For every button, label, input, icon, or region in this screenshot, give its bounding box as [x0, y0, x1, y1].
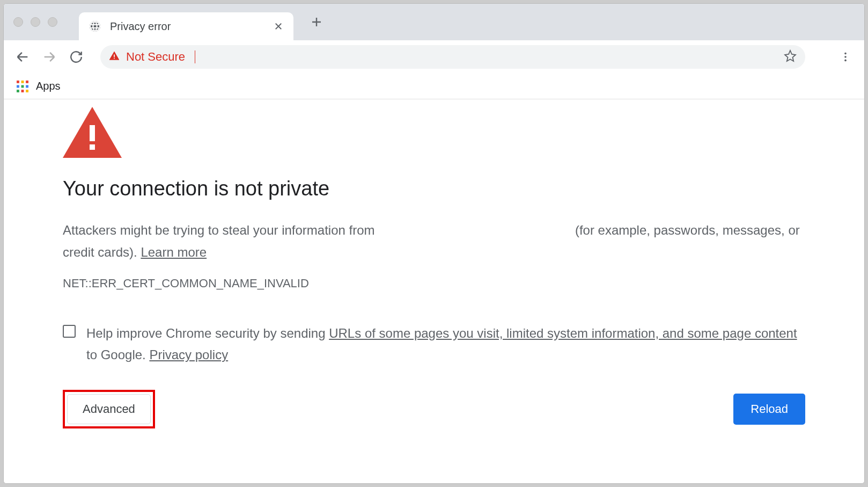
privacy-policy-link[interactable]: Privacy policy [149, 347, 228, 362]
reload-page-button[interactable]: Reload [733, 394, 805, 425]
svg-rect-16 [90, 144, 95, 150]
tab-strip: Privacy error [4, 4, 864, 40]
svg-rect-11 [26, 85, 28, 88]
page-title: Your connection is not private [63, 177, 805, 200]
new-tab-button[interactable] [306, 12, 327, 32]
svg-rect-10 [21, 85, 24, 88]
back-button[interactable] [14, 49, 31, 65]
bookmark-star-icon[interactable] [784, 49, 797, 64]
body-prefix: Attackers might be trying to steal your … [63, 223, 378, 237]
security-status-label: Not Secure [126, 50, 185, 64]
optin-mid: to Google. [86, 347, 149, 362]
menu-button[interactable] [837, 49, 854, 65]
warning-triangle-icon [63, 107, 122, 158]
apps-bookmark-label[interactable]: Apps [36, 80, 61, 92]
svg-rect-7 [21, 81, 24, 83]
svg-rect-6 [17, 81, 19, 83]
warning-triangle-icon [109, 50, 120, 63]
page-content: Your connection is not private Attackers… [4, 99, 864, 483]
window-minimize[interactable] [31, 17, 40, 27]
toolbar: Not Secure [4, 40, 864, 74]
opt-in-checkbox[interactable] [63, 325, 76, 338]
svg-rect-1 [114, 54, 115, 57]
opt-in-text: Help improve Chrome security by sending … [86, 323, 805, 367]
svg-point-3 [844, 52, 847, 54]
forward-button[interactable] [41, 49, 57, 65]
svg-point-5 [844, 59, 847, 61]
learn-more-link[interactable]: Learn more [141, 245, 207, 259]
browser-tab[interactable]: Privacy error [79, 12, 293, 40]
globe-icon [89, 20, 101, 33]
window-controls [13, 17, 57, 27]
svg-rect-8 [26, 81, 28, 83]
address-bar[interactable]: Not Secure [100, 45, 805, 69]
browser-window: Privacy error Not Secure [3, 3, 865, 484]
bookmarks-bar: Apps [4, 74, 864, 99]
svg-rect-12 [17, 90, 19, 92]
svg-rect-14 [26, 90, 28, 92]
svg-rect-2 [114, 57, 115, 59]
error-code: NET::ERR_CERT_COMMON_NAME_INVALID [63, 277, 805, 290]
tab-title: Privacy error [110, 20, 264, 33]
svg-rect-15 [90, 125, 95, 141]
svg-point-4 [844, 56, 847, 58]
advanced-button[interactable]: Advanced [67, 394, 151, 424]
window-close[interactable] [13, 17, 23, 27]
warning-body: Attackers might be trying to steal your … [63, 220, 805, 264]
advanced-highlight: Advanced [63, 390, 155, 428]
reload-button[interactable] [68, 49, 84, 65]
optin-prefix: Help improve Chrome security by sending [86, 326, 329, 340]
button-row: Advanced Reload [63, 390, 805, 428]
svg-rect-9 [17, 85, 19, 88]
opt-in-row: Help improve Chrome security by sending … [63, 323, 805, 367]
url-cursor [195, 50, 195, 63]
apps-grid-icon[interactable] [17, 81, 28, 92]
close-icon[interactable] [273, 21, 284, 32]
svg-rect-13 [21, 90, 24, 92]
optin-urls-link[interactable]: URLs of some pages you visit, limited sy… [329, 326, 797, 340]
window-maximize[interactable] [48, 17, 57, 27]
